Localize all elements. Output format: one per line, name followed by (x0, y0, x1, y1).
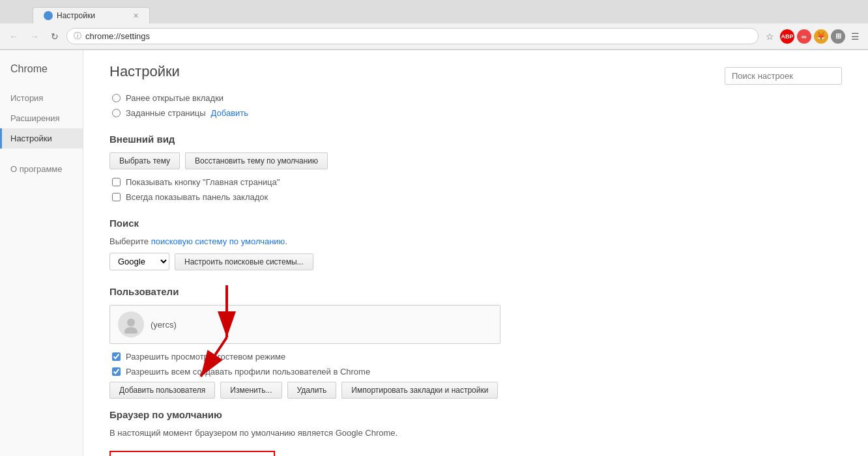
checkbox-guest-row: Разрешить просмотр в гостевом режиме (112, 352, 842, 362)
checkbox-guest-label: Разрешить просмотр в гостевом режиме (126, 352, 285, 362)
bookmark-star-button[interactable]: ☆ (762, 29, 777, 44)
add-user-button[interactable]: Добавить пользователя (109, 382, 215, 399)
app-layout: Chrome История Расширения Настройки О пр… (0, 50, 868, 456)
search-description: Выберите поисковую систему по умолчанию. (109, 236, 842, 246)
sidebar-item-about[interactable]: О программе (0, 159, 83, 179)
back-button[interactable]: ← (5, 29, 22, 44)
user-name: (yercs) (151, 320, 177, 330)
menu-button[interactable]: ☰ (848, 29, 863, 44)
radio-previously-opened: Ранее открытые вкладки (112, 93, 842, 103)
address-lock-icon: ⓘ (74, 31, 81, 42)
checkbox-profiles[interactable] (112, 367, 121, 376)
checkbox-bookmarks-row: Всегда показывать панель закладок (112, 192, 842, 202)
ext2-button[interactable]: ∞ (797, 29, 811, 44)
main-content: Настройки Ранее открытые вкладки Заданны… (83, 50, 868, 456)
ext4-button[interactable]: ⊞ (831, 29, 845, 44)
choose-theme-button[interactable]: Выбрать тему (109, 152, 180, 169)
checkbox-homepage-label: Показывать кнопку "Главная страница" (126, 177, 280, 187)
configure-search-button[interactable]: Настроить поисковые системы... (175, 253, 313, 270)
checkbox-bookmarks-label: Всегда показывать панель закладок (126, 192, 268, 202)
tab-bar: Настройки ✕ (0, 0, 868, 23)
radio-set-pages-label: Заданные страницы (126, 108, 206, 118)
sidebar: Chrome История Расширения Настройки О пр… (0, 50, 83, 456)
sidebar-item-extensions[interactable]: Расширения (0, 108, 83, 128)
search-engine-select[interactable]: Google (109, 253, 169, 270)
default-browser-text: В настоящий момент браузером по умолчани… (109, 428, 842, 438)
checkbox-homepage[interactable] (112, 178, 121, 186)
theme-buttons: Выбрать тему Восстановить тему по умолча… (109, 152, 842, 169)
nav-right: ☆ ABP ∞ 🦊 ⊞ ☰ (762, 29, 863, 44)
sidebar-brand: Chrome (0, 63, 83, 88)
checkbox-profiles-label: Разрешить всем создавать профили пользов… (126, 367, 370, 377)
users-title: Пользователи (109, 286, 842, 297)
active-tab[interactable]: Настройки ✕ (33, 7, 150, 23)
appearance-title: Внешний вид (109, 134, 842, 145)
delete-user-button[interactable]: Удалить (287, 382, 337, 399)
tab-favicon (44, 11, 53, 20)
svg-point-0 (127, 319, 135, 326)
checkbox-homepage-row: Показывать кнопку "Главная страница" (112, 177, 842, 187)
abp-extension[interactable]: ABP (780, 29, 794, 44)
search-text-before: Выберите (109, 236, 151, 246)
search-input[interactable] (725, 67, 842, 85)
checkbox-profiles-row: Разрешить всем создавать профили пользов… (112, 367, 842, 377)
default-browser-section: Браузер по умолчанию В настоящий момент … (109, 409, 842, 456)
checkbox-bookmarks[interactable] (112, 193, 121, 201)
ext3-button[interactable]: 🦊 (814, 29, 828, 44)
startup-section: Ранее открытые вкладки Заданные страницы… (109, 93, 842, 118)
user-avatar (118, 311, 144, 337)
edit-user-button[interactable]: Изменить... (220, 382, 282, 399)
sidebar-item-settings[interactable]: Настройки (0, 128, 83, 149)
address-bar[interactable]: ⓘ chrome://settings (66, 28, 759, 44)
radio-previously-opened-label: Ранее открытые вкладки (126, 93, 224, 103)
radio-set-pages: Заданные страницы Добавить (112, 108, 842, 118)
browser-chrome: Настройки ✕ ← → ↻ ⓘ chrome://settings ☆ … (0, 0, 868, 50)
show-more-link[interactable]: Показать дополнительные настройки (109, 451, 275, 456)
import-button[interactable]: Импортировать закладки и настройки (341, 382, 498, 399)
tab-label: Настройки (57, 11, 95, 20)
address-text: chrome://settings (85, 31, 150, 41)
appearance-section: Внешний вид Выбрать тему Восстановить те… (109, 134, 842, 202)
user-box: (yercs) (109, 305, 500, 344)
users-section: Пользователи (yercs) Разрешить просмотр … (109, 286, 842, 399)
forward-button[interactable]: → (26, 29, 43, 44)
add-pages-link[interactable]: Добавить (211, 108, 248, 118)
checkbox-guest[interactable] (112, 352, 121, 361)
tab-close-button[interactable]: ✕ (133, 12, 139, 20)
radio-previously-opened-input[interactable] (112, 94, 121, 102)
nav-bar: ← → ↻ ⓘ chrome://settings ☆ ABP ∞ 🦊 ⊞ ☰ (0, 23, 868, 50)
sidebar-item-history[interactable]: История (0, 88, 83, 108)
default-search-link[interactable]: поисковую систему по умолчанию (151, 236, 285, 246)
svg-point-1 (124, 327, 137, 334)
restore-theme-button[interactable]: Восстановить тему по умолчанию (185, 152, 328, 169)
reload-button[interactable]: ↻ (47, 29, 63, 44)
user-action-buttons: Добавить пользователя Изменить... Удалит… (109, 382, 842, 399)
search-title: Поиск (109, 218, 842, 229)
radio-set-pages-input[interactable] (112, 109, 121, 117)
default-browser-title: Браузер по умолчанию (109, 409, 842, 420)
search-section: Поиск Выберите поисковую систему по умол… (109, 218, 842, 270)
